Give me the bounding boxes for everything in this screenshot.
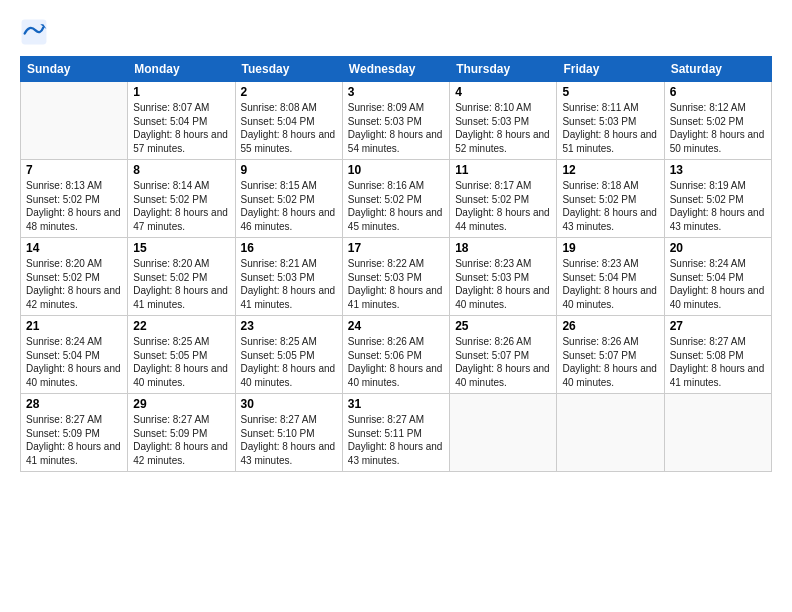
day-number: 28 bbox=[26, 397, 122, 411]
day-info: Sunrise: 8:20 AMSunset: 5:02 PMDaylight:… bbox=[26, 257, 122, 311]
day-info: Sunrise: 8:16 AMSunset: 5:02 PMDaylight:… bbox=[348, 179, 444, 233]
day-info: Sunrise: 8:24 AMSunset: 5:04 PMDaylight:… bbox=[670, 257, 766, 311]
day-number: 15 bbox=[133, 241, 229, 255]
day-number: 23 bbox=[241, 319, 337, 333]
day-number: 9 bbox=[241, 163, 337, 177]
calendar-cell: 7Sunrise: 8:13 AMSunset: 5:02 PMDaylight… bbox=[21, 160, 128, 238]
day-info: Sunrise: 8:11 AMSunset: 5:03 PMDaylight:… bbox=[562, 101, 658, 155]
calendar-cell bbox=[557, 394, 664, 472]
day-number: 26 bbox=[562, 319, 658, 333]
calendar-cell: 11Sunrise: 8:17 AMSunset: 5:02 PMDayligh… bbox=[450, 160, 557, 238]
calendar-header-row: SundayMondayTuesdayWednesdayThursdayFrid… bbox=[21, 57, 772, 82]
day-number: 21 bbox=[26, 319, 122, 333]
day-info: Sunrise: 8:08 AMSunset: 5:04 PMDaylight:… bbox=[241, 101, 337, 155]
calendar-week-5: 28Sunrise: 8:27 AMSunset: 5:09 PMDayligh… bbox=[21, 394, 772, 472]
day-number: 4 bbox=[455, 85, 551, 99]
day-number: 12 bbox=[562, 163, 658, 177]
calendar-cell: 1Sunrise: 8:07 AMSunset: 5:04 PMDaylight… bbox=[128, 82, 235, 160]
day-info: Sunrise: 8:07 AMSunset: 5:04 PMDaylight:… bbox=[133, 101, 229, 155]
day-header-tuesday: Tuesday bbox=[235, 57, 342, 82]
calendar-cell bbox=[664, 394, 771, 472]
day-number: 3 bbox=[348, 85, 444, 99]
day-info: Sunrise: 8:18 AMSunset: 5:02 PMDaylight:… bbox=[562, 179, 658, 233]
calendar-week-2: 7Sunrise: 8:13 AMSunset: 5:02 PMDaylight… bbox=[21, 160, 772, 238]
day-info: Sunrise: 8:27 AMSunset: 5:10 PMDaylight:… bbox=[241, 413, 337, 467]
day-info: Sunrise: 8:23 AMSunset: 5:03 PMDaylight:… bbox=[455, 257, 551, 311]
logo-icon bbox=[20, 18, 48, 46]
day-number: 1 bbox=[133, 85, 229, 99]
day-info: Sunrise: 8:23 AMSunset: 5:04 PMDaylight:… bbox=[562, 257, 658, 311]
calendar-cell: 20Sunrise: 8:24 AMSunset: 5:04 PMDayligh… bbox=[664, 238, 771, 316]
day-number: 7 bbox=[26, 163, 122, 177]
day-info: Sunrise: 8:26 AMSunset: 5:06 PMDaylight:… bbox=[348, 335, 444, 389]
day-number: 20 bbox=[670, 241, 766, 255]
calendar-cell: 4Sunrise: 8:10 AMSunset: 5:03 PMDaylight… bbox=[450, 82, 557, 160]
day-number: 29 bbox=[133, 397, 229, 411]
day-info: Sunrise: 8:12 AMSunset: 5:02 PMDaylight:… bbox=[670, 101, 766, 155]
calendar-cell: 23Sunrise: 8:25 AMSunset: 5:05 PMDayligh… bbox=[235, 316, 342, 394]
calendar-cell: 28Sunrise: 8:27 AMSunset: 5:09 PMDayligh… bbox=[21, 394, 128, 472]
calendar-cell: 24Sunrise: 8:26 AMSunset: 5:06 PMDayligh… bbox=[342, 316, 449, 394]
calendar-cell: 27Sunrise: 8:27 AMSunset: 5:08 PMDayligh… bbox=[664, 316, 771, 394]
day-number: 17 bbox=[348, 241, 444, 255]
day-number: 19 bbox=[562, 241, 658, 255]
day-number: 10 bbox=[348, 163, 444, 177]
day-number: 18 bbox=[455, 241, 551, 255]
day-number: 25 bbox=[455, 319, 551, 333]
calendar-cell: 30Sunrise: 8:27 AMSunset: 5:10 PMDayligh… bbox=[235, 394, 342, 472]
calendar-cell: 18Sunrise: 8:23 AMSunset: 5:03 PMDayligh… bbox=[450, 238, 557, 316]
day-header-monday: Monday bbox=[128, 57, 235, 82]
day-number: 24 bbox=[348, 319, 444, 333]
calendar-cell: 21Sunrise: 8:24 AMSunset: 5:04 PMDayligh… bbox=[21, 316, 128, 394]
calendar: SundayMondayTuesdayWednesdayThursdayFrid… bbox=[20, 56, 772, 472]
day-info: Sunrise: 8:22 AMSunset: 5:03 PMDaylight:… bbox=[348, 257, 444, 311]
calendar-cell: 12Sunrise: 8:18 AMSunset: 5:02 PMDayligh… bbox=[557, 160, 664, 238]
calendar-cell: 6Sunrise: 8:12 AMSunset: 5:02 PMDaylight… bbox=[664, 82, 771, 160]
calendar-cell: 13Sunrise: 8:19 AMSunset: 5:02 PMDayligh… bbox=[664, 160, 771, 238]
header bbox=[20, 18, 772, 46]
day-number: 5 bbox=[562, 85, 658, 99]
calendar-cell: 2Sunrise: 8:08 AMSunset: 5:04 PMDaylight… bbox=[235, 82, 342, 160]
day-header-sunday: Sunday bbox=[21, 57, 128, 82]
day-number: 11 bbox=[455, 163, 551, 177]
calendar-cell: 8Sunrise: 8:14 AMSunset: 5:02 PMDaylight… bbox=[128, 160, 235, 238]
day-number: 2 bbox=[241, 85, 337, 99]
day-info: Sunrise: 8:09 AMSunset: 5:03 PMDaylight:… bbox=[348, 101, 444, 155]
day-number: 16 bbox=[241, 241, 337, 255]
calendar-week-3: 14Sunrise: 8:20 AMSunset: 5:02 PMDayligh… bbox=[21, 238, 772, 316]
day-number: 8 bbox=[133, 163, 229, 177]
day-number: 31 bbox=[348, 397, 444, 411]
day-info: Sunrise: 8:19 AMSunset: 5:02 PMDaylight:… bbox=[670, 179, 766, 233]
day-info: Sunrise: 8:14 AMSunset: 5:02 PMDaylight:… bbox=[133, 179, 229, 233]
calendar-cell: 17Sunrise: 8:22 AMSunset: 5:03 PMDayligh… bbox=[342, 238, 449, 316]
calendar-cell bbox=[450, 394, 557, 472]
calendar-cell: 19Sunrise: 8:23 AMSunset: 5:04 PMDayligh… bbox=[557, 238, 664, 316]
day-info: Sunrise: 8:24 AMSunset: 5:04 PMDaylight:… bbox=[26, 335, 122, 389]
day-header-wednesday: Wednesday bbox=[342, 57, 449, 82]
calendar-cell: 3Sunrise: 8:09 AMSunset: 5:03 PMDaylight… bbox=[342, 82, 449, 160]
day-number: 13 bbox=[670, 163, 766, 177]
day-header-friday: Friday bbox=[557, 57, 664, 82]
day-info: Sunrise: 8:27 AMSunset: 5:09 PMDaylight:… bbox=[133, 413, 229, 467]
calendar-cell: 29Sunrise: 8:27 AMSunset: 5:09 PMDayligh… bbox=[128, 394, 235, 472]
calendar-week-1: 1Sunrise: 8:07 AMSunset: 5:04 PMDaylight… bbox=[21, 82, 772, 160]
logo bbox=[20, 18, 52, 46]
calendar-week-4: 21Sunrise: 8:24 AMSunset: 5:04 PMDayligh… bbox=[21, 316, 772, 394]
calendar-cell: 31Sunrise: 8:27 AMSunset: 5:11 PMDayligh… bbox=[342, 394, 449, 472]
calendar-cell: 9Sunrise: 8:15 AMSunset: 5:02 PMDaylight… bbox=[235, 160, 342, 238]
day-number: 6 bbox=[670, 85, 766, 99]
day-info: Sunrise: 8:27 AMSunset: 5:08 PMDaylight:… bbox=[670, 335, 766, 389]
day-info: Sunrise: 8:27 AMSunset: 5:09 PMDaylight:… bbox=[26, 413, 122, 467]
day-header-thursday: Thursday bbox=[450, 57, 557, 82]
day-number: 14 bbox=[26, 241, 122, 255]
day-info: Sunrise: 8:15 AMSunset: 5:02 PMDaylight:… bbox=[241, 179, 337, 233]
day-number: 30 bbox=[241, 397, 337, 411]
page: SundayMondayTuesdayWednesdayThursdayFrid… bbox=[0, 0, 792, 612]
calendar-cell: 10Sunrise: 8:16 AMSunset: 5:02 PMDayligh… bbox=[342, 160, 449, 238]
day-info: Sunrise: 8:13 AMSunset: 5:02 PMDaylight:… bbox=[26, 179, 122, 233]
calendar-cell: 16Sunrise: 8:21 AMSunset: 5:03 PMDayligh… bbox=[235, 238, 342, 316]
day-info: Sunrise: 8:20 AMSunset: 5:02 PMDaylight:… bbox=[133, 257, 229, 311]
day-number: 27 bbox=[670, 319, 766, 333]
day-info: Sunrise: 8:25 AMSunset: 5:05 PMDaylight:… bbox=[133, 335, 229, 389]
day-info: Sunrise: 8:17 AMSunset: 5:02 PMDaylight:… bbox=[455, 179, 551, 233]
